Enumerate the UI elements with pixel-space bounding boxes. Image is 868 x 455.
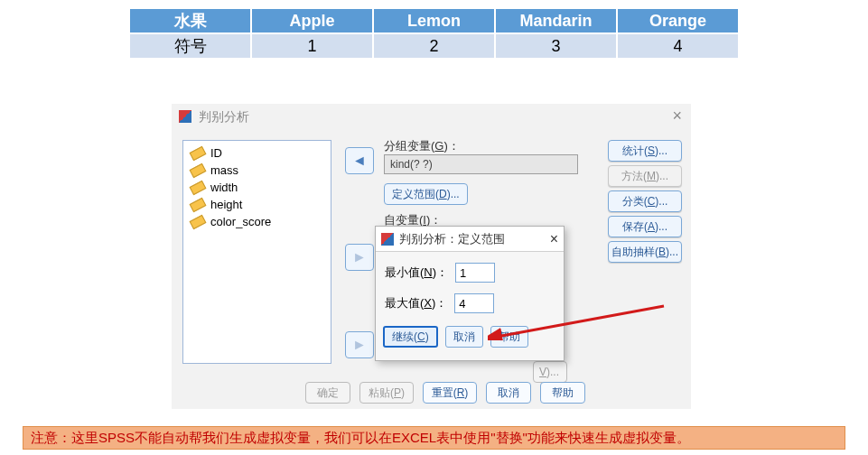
scale-icon: [190, 180, 207, 194]
group-variable-label: 分组变量(G)：: [384, 138, 460, 154]
table-header-row: 水果 Apple Lemon Mandarin Orange: [129, 8, 739, 33]
close-icon[interactable]: ×: [672, 109, 682, 122]
scale-icon: [190, 145, 207, 160]
close-icon[interactable]: ×: [550, 233, 558, 246]
paste-button[interactable]: 粘贴(P): [359, 382, 414, 404]
group-variable-field[interactable]: kind(? ?): [384, 154, 578, 174]
statistics-button[interactable]: 统计(S)...: [608, 140, 682, 162]
cancel-button[interactable]: 取消: [486, 382, 531, 404]
classify-button[interactable]: 分类(C)...: [608, 190, 682, 212]
scale-icon: [190, 214, 207, 228]
continue-button[interactable]: 继续(C): [383, 326, 438, 348]
bootstrap-button[interactable]: 自助抽样(B)...: [608, 241, 682, 263]
row-label: 符号: [129, 33, 251, 59]
col-header-fruit: 水果: [129, 8, 251, 33]
spss-app-icon: [381, 233, 394, 246]
min-input[interactable]: [455, 263, 495, 283]
list-item: height: [191, 198, 323, 211]
dialog-title: 判别分析: [199, 109, 249, 124]
range-help-button[interactable]: 帮助: [490, 326, 528, 348]
move-to-independent-button[interactable]: ►: [345, 244, 374, 271]
max-input[interactable]: [454, 293, 494, 313]
method-button: 方法(M)...: [608, 165, 682, 187]
selection-value-button[interactable]: V)...: [533, 361, 567, 383]
cell-apple: 1: [251, 33, 373, 59]
reset-button[interactable]: 重置(R): [423, 382, 477, 404]
spss-app-icon: [179, 110, 191, 123]
cell-orange: 4: [617, 33, 739, 59]
define-range-dialog: 判别分析：定义范围 × 最小值(N)： 最大值(X)： 继续(C) 取消 帮助: [375, 226, 565, 361]
cell-mandarin: 3: [495, 33, 617, 59]
variable-list[interactable]: ID mass width height color_score: [182, 140, 331, 364]
min-label: 最小值(N)：: [385, 265, 448, 281]
col-header-mandarin: Mandarin: [495, 8, 617, 33]
fruit-code-table: 水果 Apple Lemon Mandarin Orange 符号 1 2 3 …: [128, 7, 740, 60]
scale-icon: [190, 162, 207, 177]
list-item: mass: [191, 163, 323, 177]
list-item: width: [191, 181, 323, 194]
col-header-lemon: Lemon: [373, 8, 495, 33]
define-range-button[interactable]: 定义范围(D)...: [384, 183, 468, 205]
scale-icon: [190, 197, 207, 211]
cell-lemon: 2: [373, 33, 495, 59]
range-dialog-title: 判别分析：定义范围: [399, 231, 505, 247]
dialog-titlebar: 判别分析 ×: [172, 104, 691, 131]
move-to-group-button[interactable]: ◄: [345, 147, 374, 174]
help-button[interactable]: 帮助: [540, 382, 585, 404]
footnote: 注意：这里SPSS不能自动帮我们生成虚拟变量，我们可以在EXCEL表中使用"替换…: [23, 426, 845, 450]
save-button[interactable]: 保存(A)...: [608, 216, 682, 237]
list-item: ID: [191, 146, 323, 160]
max-label: 最大值(X)：: [385, 295, 447, 311]
move-to-select-button[interactable]: ►: [345, 331, 374, 358]
min-row: 最小值(N)：: [385, 263, 555, 283]
col-header-apple: Apple: [251, 8, 373, 33]
range-cancel-button[interactable]: 取消: [445, 326, 483, 348]
discriminant-dialog: 判别分析 × ID mass width height color_score …: [172, 104, 691, 409]
col-header-orange: Orange: [617, 8, 739, 33]
table-row: 符号 1 2 3 4: [129, 33, 739, 59]
list-item: color_score: [191, 215, 323, 228]
max-row: 最大值(X)：: [385, 293, 555, 313]
ok-button[interactable]: 确定: [305, 382, 350, 404]
range-dialog-titlebar: 判别分析：定义范围 ×: [376, 227, 564, 252]
